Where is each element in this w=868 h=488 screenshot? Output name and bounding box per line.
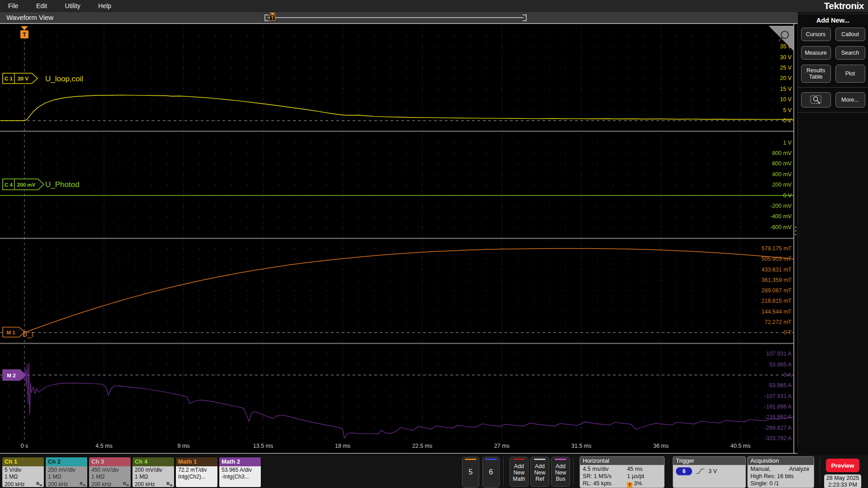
svg-text:20 V: 20 V [780,75,792,81]
channel-badge-math1[interactable]: Math 172.2 mT/divIntg(Ch2)... [175,457,218,488]
svg-text:289.087 mT: 289.087 mT [761,287,792,294]
y-axis-labels-math2: 107.931 A53.965 A0 A-53.965 A-107.931 A-… [764,351,792,441]
source-badge-c1[interactable]: C 120 V [3,73,38,84]
channel-5-button[interactable]: 5 [462,457,479,488]
panel-drag-handle[interactable] [795,226,796,235]
svg-text:400 mV: 400 mV [772,171,792,178]
horizontal-scale: 4.5 ms/div [583,465,627,473]
svg-text:10 V: 10 V [780,96,792,103]
horizontal-position-slider[interactable]: T [264,14,527,22]
trigger-position-flag-icon[interactable]: T [269,13,276,23]
svg-text:600 mV: 600 mV [772,160,792,167]
add-new-ref-button[interactable]: Add New Ref [530,457,549,487]
source-badge-c4[interactable]: C 4200 mV [3,179,44,190]
oscilloscope-app: File Edit Utility Help Tektronix Wavefor… [0,0,868,488]
zoom-select-button[interactable] [801,92,831,108]
acquisition-panel[interactable]: Acquisition Manual,Analyze High Res: 16 … [747,456,814,488]
svg-text:72.272 mT: 72.272 mT [764,319,792,325]
more-button[interactable]: More... [835,92,865,108]
svg-text:200 mV: 200 mV [772,182,792,188]
svg-text:-400 mV: -400 mV [770,213,792,220]
rising-edge-icon [696,468,705,474]
channel-badge-title: Ch 3 [89,457,131,466]
channel-badge-title: Ch 2 [46,457,87,466]
svg-text:T: T [23,31,26,38]
svg-text:433.631 mT: 433.631 mT [761,267,792,273]
svg-text:13.5 ms: 13.5 ms [253,443,273,449]
svg-text:27 ms: 27 ms [494,443,509,449]
svg-text:-107.931 A: -107.931 A [764,393,792,399]
waveform-view-title: Waveform View [6,12,53,23]
menu-edit[interactable]: Edit [36,0,47,12]
graticule-dot-grid [8,36,789,439]
svg-text:-600 mV: -600 mV [770,224,792,230]
results-table-button[interactable]: Results Table [801,65,831,83]
right-sidebar: Add New... Cursors Callout Measure Searc… [797,12,868,455]
svg-text:40.5 ms: 40.5 ms [731,443,750,449]
acquisition-single: Single: 0 /1 [750,480,811,487]
channel-badge-settings: 250 mV/div1 MΩ200 kHzBw [46,466,87,488]
menu-file[interactable]: File [8,0,19,12]
sidebar-separator [798,112,868,113]
svg-text:22.5 ms: 22.5 ms [412,443,432,449]
svg-text:M 2: M 2 [7,373,15,378]
svg-text:-53.965 A: -53.965 A [767,382,792,389]
svg-text:-323.792 A: -323.792 A [764,435,792,441]
add-new-title: Add New... [798,14,868,28]
preview-button[interactable]: Preview [826,459,859,472]
svg-text:578.175 mT: 578.175 mT [761,245,792,252]
svg-text:-161.896 A: -161.896 A [764,404,792,410]
time-label: 2:23:33 PM [824,482,861,488]
channel-badge-settings: 53.965 A/div-Intg(Ch3... [219,466,261,488]
trigger-panel[interactable]: Trigger 6 3 V [673,456,746,488]
measure-button[interactable]: Measure [801,46,831,60]
channel-badge-ch2[interactable]: Ch 2250 mV/div1 MΩ200 kHzBw [45,457,88,488]
svg-text:1 V: 1 V [783,140,792,146]
channel-badge-ch4[interactable]: Ch 4200 mV/div1 MΩ200 kHzBw [132,457,175,488]
plot-button[interactable]: Plot [835,65,865,83]
trigger-marker-icon[interactable]: T [20,26,28,38]
bandwidth-limit-icon: Bw [123,480,129,488]
cursors-button[interactable]: Cursors [801,28,831,41]
svg-text:M 1: M 1 [6,330,15,335]
svg-text:0 V: 0 V [783,192,792,199]
waveform-graticule[interactable]: 40 V35 V30 V25 V20 V15 V10 V5 V0 V1 V800… [0,24,797,454]
trace-label-c4: U_Photod [45,180,80,189]
menu-help[interactable]: Help [98,0,111,12]
source-badge-m1[interactable]: M 1 [3,327,25,337]
add-new-math-button[interactable]: Add New Math [509,457,528,487]
svg-text:9 ms: 9 ms [177,443,189,449]
svg-text:30 V: 30 V [780,54,792,61]
channel-badge-settings: 5 V/div1 MΩ200 kHzBw [2,466,44,488]
horizontal-panel[interactable]: Horizontal 4.5 ms/div45 ms SR: 1 MS/s1 µ… [580,456,665,488]
zero-reference-lines [0,121,793,375]
trigger-source-badge: 6 [676,467,692,475]
svg-text:31.5 ms: 31.5 ms [571,443,591,449]
callout-button[interactable]: Callout [835,28,865,41]
y-axis-labels-ch4: 1 V800 mV600 mV400 mV200 mV0 V-200 mV-40… [770,140,792,230]
channel-badge-ch3[interactable]: Ch 3450 mV/div1 MΩ200 kHzBw [89,457,131,488]
menu-utility[interactable]: Utility [65,0,80,12]
datetime-badge: 28 May 2025 2:23:33 PM [824,474,861,488]
channel-badge-math2[interactable]: Math 253.965 A/div-Intg(Ch3... [219,457,261,488]
y-axis-labels-math1: 578.175 mT505.903 mT433.631 mT361.359 mT… [761,245,792,336]
svg-text:107.931 A: 107.931 A [766,351,792,357]
svg-text:216.815 mT: 216.815 mT [761,298,792,304]
svg-text:800 mV: 800 mV [772,150,792,156]
x-axis-labels: 0 s4.5 ms9 ms13.5 ms18 ms22.5 ms27 ms31.… [21,443,751,449]
add-new-bus-button[interactable]: Add New Bus [551,457,570,487]
svg-text:-215.862 A: -215.862 A [764,414,792,420]
channel-6-button[interactable]: 6 [482,457,500,488]
bandwidth-limit-icon: Bw [166,480,172,488]
svg-text:25 V: 25 V [780,65,792,71]
source-badge-m2[interactable]: M 2 [3,370,26,380]
svg-text:18 ms: 18 ms [335,443,350,449]
trace-u-loop-coil[interactable] [0,95,793,121]
slider-right-bracket [523,14,527,21]
channel-badge-ch1[interactable]: Ch 15 V/div1 MΩ200 kHzBw [2,457,44,488]
search-button[interactable]: Search [835,46,865,60]
trace-m2[interactable] [0,363,793,438]
channel-badge-settings: 450 mV/div1 MΩ200 kHzBw [89,466,131,488]
svg-text:144.544 mT: 144.544 mT [761,309,792,315]
acquisition-mode: Manual, [750,465,771,473]
